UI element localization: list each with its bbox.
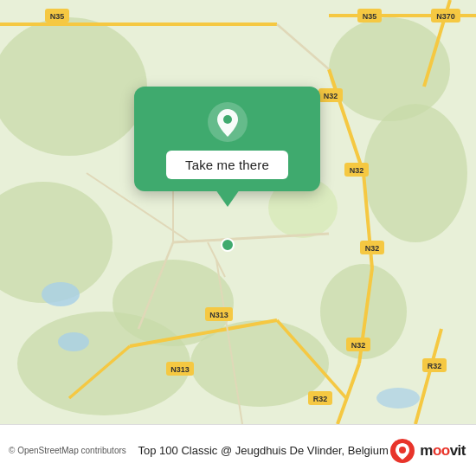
svg-text:R32: R32	[428, 362, 442, 370]
svg-text:R32: R32	[313, 395, 328, 403]
svg-text:N32: N32	[350, 166, 364, 175]
moovit-logo: moovit	[390, 439, 466, 463]
svg-point-8	[113, 260, 234, 346]
map-container: N35 N35 N370 N32 N32 N32 N32 N313 N313 R…	[0, 0, 476, 424]
osm-attribution: © OpenStreetMap contributors	[9, 446, 136, 455]
map-svg: N35 N35 N370 N32 N32 N32 N32 N313 N313 R…	[0, 0, 476, 424]
svg-point-11	[58, 332, 89, 351]
svg-text:N313: N313	[170, 365, 190, 374]
svg-point-10	[42, 282, 80, 306]
svg-point-55	[223, 115, 232, 124]
take-me-there-button[interactable]: Take me there	[166, 151, 288, 179]
bottom-bar: © OpenStreetMap contributors Top 100 Cla…	[0, 424, 476, 476]
svg-text:N32: N32	[324, 92, 338, 100]
svg-point-4	[329, 17, 450, 121]
moovit-pin-icon	[390, 439, 415, 463]
svg-point-5	[363, 104, 467, 242]
location-name: Top 100 Classic @ Jeugdhuis De Vlinder, …	[136, 444, 390, 457]
svg-text:N35: N35	[363, 12, 377, 21]
svg-point-12	[376, 388, 420, 408]
popup-card: Take me there	[134, 87, 320, 191]
svg-point-57	[399, 447, 406, 453]
location-pin-icon	[208, 102, 248, 142]
svg-point-53	[222, 239, 234, 251]
svg-text:N32: N32	[351, 341, 366, 350]
svg-text:N32: N32	[365, 244, 380, 253]
moovit-text: moovit	[420, 442, 466, 460]
svg-text:N35: N35	[50, 12, 65, 21]
svg-text:N370: N370	[436, 12, 455, 21]
svg-text:N313: N313	[209, 311, 228, 319]
